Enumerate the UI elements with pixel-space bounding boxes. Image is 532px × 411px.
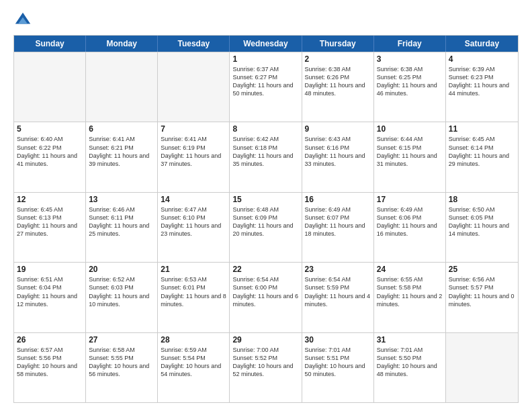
- day-number: 22: [232, 265, 298, 274]
- cal-cell: 30Sunrise: 7:01 AM Sunset: 5:51 PM Dayli…: [302, 333, 374, 402]
- header-cell-thursday: Thursday: [302, 36, 374, 52]
- header-cell-saturday: Saturday: [446, 36, 518, 52]
- day-info: Sunrise: 6:56 AM Sunset: 5:57 PM Dayligh…: [449, 275, 515, 308]
- cal-cell: [86, 52, 158, 122]
- day-info: Sunrise: 6:49 AM Sunset: 6:07 PM Dayligh…: [305, 205, 371, 238]
- calendar-body: 1Sunrise: 6:37 AM Sunset: 6:27 PM Daylig…: [14, 52, 518, 402]
- cal-cell: 14Sunrise: 6:47 AM Sunset: 6:10 PM Dayli…: [158, 193, 230, 262]
- day-info: Sunrise: 6:41 AM Sunset: 6:19 PM Dayligh…: [161, 135, 226, 168]
- day-info: Sunrise: 6:41 AM Sunset: 6:21 PM Dayligh…: [89, 135, 154, 168]
- logo: [13, 11, 35, 30]
- cal-cell: 21Sunrise: 6:53 AM Sunset: 6:01 PM Dayli…: [158, 263, 230, 332]
- day-number: 24: [377, 265, 443, 274]
- day-number: 11: [449, 124, 515, 134]
- day-info: Sunrise: 6:51 AM Sunset: 6:04 PM Dayligh…: [17, 275, 83, 308]
- cal-cell: 9Sunrise: 6:43 AM Sunset: 6:16 PM Daylig…: [302, 122, 374, 191]
- day-info: Sunrise: 6:46 AM Sunset: 6:11 PM Dayligh…: [89, 205, 154, 238]
- cal-cell: 1Sunrise: 6:37 AM Sunset: 6:27 PM Daylig…: [230, 52, 302, 122]
- cal-cell: 12Sunrise: 6:45 AM Sunset: 6:13 PM Dayli…: [14, 193, 86, 262]
- day-number: 28: [161, 335, 226, 345]
- day-number: 19: [17, 265, 83, 274]
- day-info: Sunrise: 6:55 AM Sunset: 5:58 PM Dayligh…: [377, 275, 443, 308]
- day-info: Sunrise: 6:48 AM Sunset: 6:09 PM Dayligh…: [232, 205, 298, 238]
- cal-cell: 27Sunrise: 6:58 AM Sunset: 5:55 PM Dayli…: [86, 333, 158, 402]
- day-info: Sunrise: 6:39 AM Sunset: 6:23 PM Dayligh…: [449, 65, 515, 98]
- calendar: SundayMondayTuesdayWednesdayThursdayFrid…: [13, 35, 519, 403]
- day-number: 17: [377, 195, 443, 204]
- day-info: Sunrise: 6:42 AM Sunset: 6:18 PM Dayligh…: [232, 135, 298, 168]
- day-number: 3: [377, 54, 443, 64]
- cal-row-3: 19Sunrise: 6:51 AM Sunset: 6:04 PM Dayli…: [14, 262, 518, 332]
- cal-cell: 29Sunrise: 7:00 AM Sunset: 5:52 PM Dayli…: [230, 333, 302, 402]
- cal-cell: 23Sunrise: 6:54 AM Sunset: 5:59 PM Dayli…: [302, 263, 374, 332]
- day-number: 30: [305, 335, 371, 345]
- day-info: Sunrise: 7:00 AM Sunset: 5:52 PM Dayligh…: [232, 346, 298, 379]
- cal-cell: 26Sunrise: 6:57 AM Sunset: 5:56 PM Dayli…: [14, 333, 86, 402]
- day-info: Sunrise: 6:45 AM Sunset: 6:14 PM Dayligh…: [449, 135, 515, 168]
- day-info: Sunrise: 6:49 AM Sunset: 6:06 PM Dayligh…: [377, 205, 443, 238]
- day-number: 10: [377, 124, 443, 134]
- day-number: 2: [305, 54, 371, 64]
- day-info: Sunrise: 6:38 AM Sunset: 6:25 PM Dayligh…: [377, 65, 443, 98]
- cal-cell: 18Sunrise: 6:50 AM Sunset: 6:05 PM Dayli…: [446, 193, 518, 262]
- cal-row-0: 1Sunrise: 6:37 AM Sunset: 6:27 PM Daylig…: [14, 52, 518, 122]
- day-info: Sunrise: 6:54 AM Sunset: 6:00 PM Dayligh…: [232, 275, 298, 308]
- day-number: 25: [449, 265, 515, 274]
- day-number: 27: [89, 335, 154, 345]
- cal-cell: 16Sunrise: 6:49 AM Sunset: 6:07 PM Dayli…: [302, 193, 374, 262]
- day-info: Sunrise: 6:54 AM Sunset: 5:59 PM Dayligh…: [305, 275, 371, 308]
- cal-cell: 6Sunrise: 6:41 AM Sunset: 6:21 PM Daylig…: [86, 122, 158, 191]
- logo-icon: [13, 11, 32, 30]
- day-number: 26: [17, 335, 83, 345]
- header: [13, 11, 519, 30]
- day-info: Sunrise: 7:01 AM Sunset: 5:50 PM Dayligh…: [377, 346, 443, 379]
- cal-cell: 25Sunrise: 6:56 AM Sunset: 5:57 PM Dayli…: [446, 263, 518, 332]
- cal-cell: 17Sunrise: 6:49 AM Sunset: 6:06 PM Dayli…: [374, 193, 446, 262]
- cal-cell: 13Sunrise: 6:46 AM Sunset: 6:11 PM Dayli…: [86, 193, 158, 262]
- header-cell-sunday: Sunday: [14, 36, 86, 52]
- cal-cell: 2Sunrise: 6:38 AM Sunset: 6:26 PM Daylig…: [302, 52, 374, 122]
- cal-cell: 4Sunrise: 6:39 AM Sunset: 6:23 PM Daylig…: [446, 52, 518, 122]
- day-info: Sunrise: 6:47 AM Sunset: 6:10 PM Dayligh…: [161, 205, 226, 238]
- header-cell-tuesday: Tuesday: [158, 36, 230, 52]
- cal-cell: 20Sunrise: 6:52 AM Sunset: 6:03 PM Dayli…: [86, 263, 158, 332]
- day-info: Sunrise: 6:40 AM Sunset: 6:22 PM Dayligh…: [17, 135, 83, 168]
- header-cell-friday: Friday: [374, 36, 446, 52]
- day-number: 16: [305, 195, 371, 204]
- cal-cell: 24Sunrise: 6:55 AM Sunset: 5:58 PM Dayli…: [374, 263, 446, 332]
- day-number: 5: [17, 124, 83, 134]
- day-info: Sunrise: 6:44 AM Sunset: 6:15 PM Dayligh…: [377, 135, 443, 168]
- cal-cell: 31Sunrise: 7:01 AM Sunset: 5:50 PM Dayli…: [374, 333, 446, 402]
- page: SundayMondayTuesdayWednesdayThursdayFrid…: [0, 0, 532, 411]
- day-number: 8: [232, 124, 298, 134]
- day-number: 9: [305, 124, 371, 134]
- day-info: Sunrise: 6:45 AM Sunset: 6:13 PM Dayligh…: [17, 205, 83, 238]
- cal-cell: 7Sunrise: 6:41 AM Sunset: 6:19 PM Daylig…: [158, 122, 230, 191]
- cal-cell: 28Sunrise: 6:59 AM Sunset: 5:54 PM Dayli…: [158, 333, 230, 402]
- cal-cell: 15Sunrise: 6:48 AM Sunset: 6:09 PM Dayli…: [230, 193, 302, 262]
- day-info: Sunrise: 6:57 AM Sunset: 5:56 PM Dayligh…: [17, 346, 83, 379]
- cal-cell: 22Sunrise: 6:54 AM Sunset: 6:00 PM Dayli…: [230, 263, 302, 332]
- day-info: Sunrise: 6:37 AM Sunset: 6:27 PM Dayligh…: [232, 65, 298, 98]
- header-cell-monday: Monday: [86, 36, 158, 52]
- day-number: 6: [89, 124, 154, 134]
- cal-row-4: 26Sunrise: 6:57 AM Sunset: 5:56 PM Dayli…: [14, 332, 518, 402]
- day-number: 15: [232, 195, 298, 204]
- day-number: 14: [161, 195, 226, 204]
- cal-cell: 10Sunrise: 6:44 AM Sunset: 6:15 PM Dayli…: [374, 122, 446, 191]
- cal-cell: [158, 52, 230, 122]
- header-cell-wednesday: Wednesday: [230, 36, 302, 52]
- cal-cell: 19Sunrise: 6:51 AM Sunset: 6:04 PM Dayli…: [14, 263, 86, 332]
- cal-row-1: 5Sunrise: 6:40 AM Sunset: 6:22 PM Daylig…: [14, 122, 518, 191]
- day-number: 7: [161, 124, 226, 134]
- cal-cell: [14, 52, 86, 122]
- day-info: Sunrise: 6:38 AM Sunset: 6:26 PM Dayligh…: [305, 65, 371, 98]
- cal-cell: 8Sunrise: 6:42 AM Sunset: 6:18 PM Daylig…: [230, 122, 302, 191]
- day-number: 20: [89, 265, 154, 274]
- day-number: 23: [305, 265, 371, 274]
- day-number: 1: [232, 54, 298, 64]
- day-number: 12: [17, 195, 83, 204]
- cal-row-2: 12Sunrise: 6:45 AM Sunset: 6:13 PM Dayli…: [14, 192, 518, 262]
- day-number: 31: [377, 335, 443, 345]
- day-info: Sunrise: 6:58 AM Sunset: 5:55 PM Dayligh…: [89, 346, 154, 379]
